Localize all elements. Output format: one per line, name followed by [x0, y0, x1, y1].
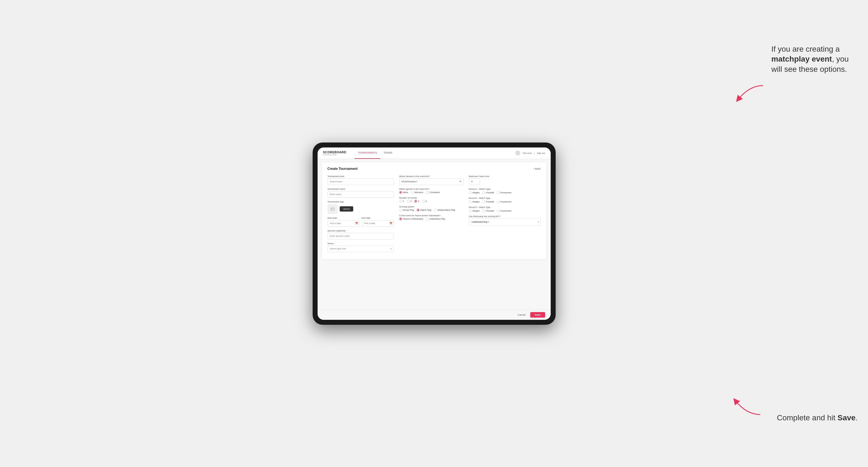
round1-singles[interactable]: Singles [469, 191, 480, 194]
tournament-logo-group: Tournament logo Upload [328, 200, 394, 214]
gender-combined[interactable]: Combined [426, 191, 439, 194]
main-content: Create Tournament ‹ Back Tournament Host [318, 159, 551, 310]
rounds-radio-group: 1 2 3 [399, 200, 463, 203]
teams-teams[interactable]: Teams (+Individuals) [399, 218, 423, 220]
scoring-stroke-label: Stroke Play [403, 209, 414, 211]
round2-radio-group: Singles Fourball Foursomes [469, 200, 541, 203]
division-select[interactable]: NCAA Division I [399, 178, 463, 185]
round3-foursomes[interactable]: Foursomes [497, 210, 512, 212]
sponsor-input[interactable] [328, 233, 394, 240]
round-3[interactable]: 3 [414, 200, 419, 203]
max-team-group: Maximum Team Size [469, 175, 541, 185]
back-button[interactable]: ‹ Back [533, 167, 540, 170]
save-button[interactable]: Save [530, 312, 545, 318]
round-4-radio[interactable] [422, 200, 425, 203]
venue-label: Venue [328, 242, 394, 245]
nav-teams[interactable]: TEAMS [380, 148, 396, 159]
round3-label: Round 3 - Match Type [469, 206, 541, 209]
venue-input[interactable] [328, 246, 394, 252]
round1-foursomes[interactable]: Foursomes [497, 191, 512, 194]
gender-radio-group: Mens Womens Combined [399, 191, 463, 194]
round1-fourball-label: Fourball [486, 191, 494, 194]
division-group: Which division is the event for? NCAA Di… [399, 175, 463, 185]
third-party-remove-icon[interactable]: × [488, 221, 489, 223]
round-1[interactable]: 1 [399, 200, 404, 203]
start-date-label: Start date [328, 217, 360, 219]
nav-links: TOURNAMENTS TEAMS [354, 148, 396, 159]
end-date-wrap: 📅 [362, 220, 394, 227]
annotation-top-right: If you are creating a matchplay event, y… [771, 44, 860, 74]
cancel-button[interactable]: Cancel [515, 312, 528, 318]
round1-foursomes-radio[interactable] [497, 191, 500, 194]
start-date-calendar-icon: 📅 [355, 222, 358, 225]
round1-foursomes-label: Foursomes [500, 191, 512, 194]
round3-match-type: Round 3 - Match Type Singles Fourball [469, 206, 541, 212]
scoring-match-label: Match Play [420, 209, 431, 211]
rounds-label: Number of rounds [399, 197, 463, 199]
gender-womens-label: Womens [414, 191, 423, 194]
round-4[interactable]: 4 [422, 200, 427, 203]
scoring-stroke[interactable]: Stroke Play [399, 209, 414, 212]
teams-individuals-label: Individuals Only [429, 218, 445, 220]
nav-tournaments[interactable]: TOURNAMENTS [354, 148, 380, 159]
round3-foursomes-radio[interactable] [497, 210, 500, 212]
round3-fourball-radio[interactable] [483, 210, 485, 212]
scoring-label: Scoring system [399, 206, 463, 208]
logo-placeholder [328, 204, 338, 214]
gender-womens-radio[interactable] [411, 191, 414, 194]
scoring-match[interactable]: Match Play [417, 209, 431, 212]
round-2-radio[interactable] [407, 200, 409, 203]
scoring-medal-radio[interactable] [434, 209, 437, 212]
round1-singles-radio[interactable] [469, 191, 472, 194]
round3-fourball[interactable]: Fourball [483, 210, 494, 212]
round-1-radio[interactable] [399, 200, 402, 203]
third-party-value: Leaderboard King [472, 221, 488, 223]
scoring-stroke-radio[interactable] [399, 209, 402, 212]
end-date-calendar-icon: 📅 [390, 222, 393, 225]
scoring-medal[interactable]: Medal Match Play [434, 209, 456, 212]
round-3-radio[interactable] [414, 200, 417, 203]
teams-individuals-radio[interactable] [426, 218, 429, 220]
sign-out-link[interactable]: Sign out [537, 152, 545, 154]
third-party-select-box[interactable]: Leaderboard King × ▾ [469, 218, 541, 226]
navbar: SCOREBOARD Powered by clippit TOURNAMENT… [318, 148, 551, 159]
brand-subtitle: Powered by clippit [323, 154, 346, 155]
gender-mens-radio[interactable] [399, 191, 402, 194]
round2-singles-label: Singles [472, 200, 480, 203]
max-team-input[interactable] [469, 178, 480, 185]
round1-fourball-radio[interactable] [483, 191, 485, 194]
gender-combined-radio[interactable] [426, 191, 429, 194]
round3-foursomes-label: Foursomes [500, 210, 512, 212]
gender-mens[interactable]: Mens [399, 191, 408, 194]
round2-fourball[interactable]: Fourball [483, 200, 494, 203]
round2-foursomes-radio[interactable] [497, 200, 500, 203]
round2-foursomes[interactable]: Foursomes [497, 200, 512, 203]
round2-singles-radio[interactable] [469, 200, 472, 203]
teams-individuals[interactable]: Individuals Only [426, 218, 445, 220]
round2-fourball-radio[interactable] [483, 200, 485, 203]
user-name: Test User [523, 152, 532, 154]
back-chevron: ‹ [533, 167, 534, 170]
round-2[interactable]: 2 [407, 200, 411, 203]
upload-button[interactable]: Upload [340, 206, 353, 212]
start-date-input[interactable] [328, 220, 360, 227]
scoring-match-radio[interactable] [417, 209, 420, 212]
tablet-frame: SCOREBOARD Powered by clippit TOURNAMENT… [313, 143, 556, 325]
create-tournament-panel: Create Tournament ‹ Back Tournament Host [322, 162, 546, 259]
annotation-bottom-right: Complete and hit Save. [777, 413, 860, 423]
round-2-label: 2 [410, 200, 411, 203]
end-date-input[interactable] [362, 220, 394, 227]
round2-singles[interactable]: Singles [469, 200, 480, 203]
gender-combined-label: Combined [429, 191, 439, 194]
division-select-wrap: NCAA Division I [399, 178, 463, 185]
teams-teams-radio[interactable] [399, 218, 402, 220]
nav-right: Test User | Sign out [515, 151, 545, 155]
venue-select-wrap: ▼ [328, 246, 394, 252]
round3-singles-radio[interactable] [469, 210, 472, 212]
tournament-name-input[interactable] [328, 191, 394, 198]
tournament-host-input[interactable] [328, 178, 394, 185]
third-party-group: Use third-party live scoring API? Leader… [469, 215, 541, 226]
round1-fourball[interactable]: Fourball [483, 191, 494, 194]
gender-womens[interactable]: Womens [411, 191, 423, 194]
round3-singles[interactable]: Singles [469, 210, 480, 212]
